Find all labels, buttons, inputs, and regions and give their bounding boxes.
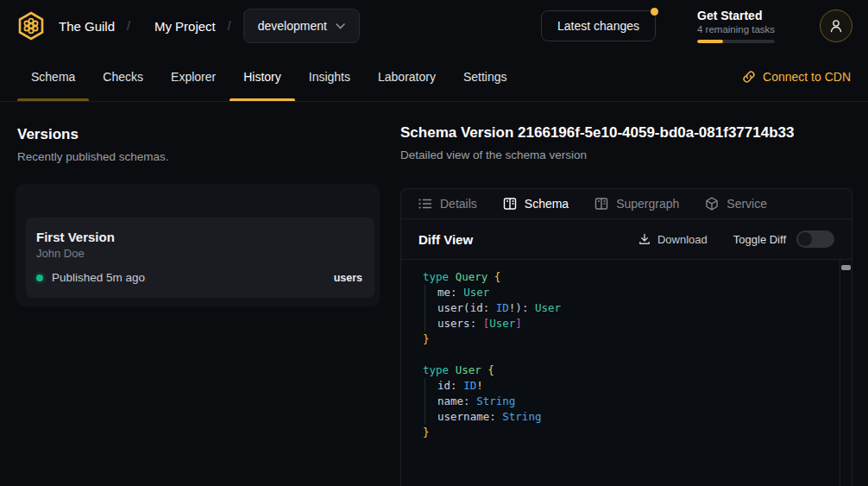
diff-view-title: Diff View bbox=[418, 232, 473, 247]
code-line: name: String bbox=[423, 394, 831, 409]
get-started-title: Get Started bbox=[697, 9, 777, 22]
latest-changes-label: Latest changes bbox=[557, 19, 639, 33]
nav-tab-indicator bbox=[450, 98, 521, 101]
columns-icon bbox=[503, 197, 517, 211]
detail-tab-details[interactable]: Details bbox=[418, 197, 477, 211]
detail-tab-schema[interactable]: Schema bbox=[503, 197, 569, 211]
versions-panel: Versions Recently published schemas. Fir… bbox=[0, 102, 397, 163]
target-selector-value: development bbox=[258, 19, 327, 33]
toggle-diff-label: Toggle Diff bbox=[733, 233, 786, 246]
connect-to-cdn-button[interactable]: Connect to CDN bbox=[742, 52, 851, 101]
nav-tab-explorer[interactable]: Explorer bbox=[157, 52, 230, 101]
nav-tab-settings[interactable]: Settings bbox=[450, 52, 521, 101]
breadcrumb-project[interactable]: My Project bbox=[154, 19, 216, 34]
nav-tab-label: Insights bbox=[309, 70, 350, 84]
indent-guide bbox=[425, 316, 437, 331]
target-selector-dropdown[interactable]: development bbox=[243, 9, 360, 43]
code-line bbox=[423, 347, 831, 363]
columns-icon bbox=[594, 197, 608, 211]
detail-tab-supergraph[interactable]: Supergraph bbox=[594, 197, 679, 211]
nav-tab-schema[interactable]: Schema bbox=[17, 52, 89, 101]
app-root: The Guild / My Project / development Lat… bbox=[0, 0, 868, 486]
download-button[interactable]: Download bbox=[638, 233, 708, 246]
nav-tab-label: History bbox=[243, 70, 281, 84]
nav-tab-indicator bbox=[89, 98, 157, 101]
version-detail-subtitle: Detailed view of the schema version bbox=[400, 148, 852, 161]
nav-tab-indicator bbox=[364, 98, 450, 101]
breadcrumb-separator-2: / bbox=[228, 19, 231, 33]
version-detail-card: DetailsSchemaSupergraphService Diff View… bbox=[400, 188, 852, 486]
code-line: } bbox=[423, 425, 831, 440]
breadcrumb-separator: / bbox=[127, 19, 130, 33]
code-line: me: User bbox=[423, 285, 831, 300]
diff-view-actions: Download Toggle Diff bbox=[638, 230, 834, 248]
nav-tab-label: Checks bbox=[103, 70, 143, 84]
detail-tab-label: Service bbox=[726, 197, 767, 211]
code-line: type Query { bbox=[423, 269, 831, 285]
connect-to-cdn-label: Connect to CDN bbox=[763, 70, 851, 84]
chevron-down-icon bbox=[336, 23, 345, 29]
get-started-progress-fill bbox=[697, 40, 723, 43]
version-author: John Doe bbox=[36, 247, 362, 260]
nav-tab-laboratory[interactable]: Laboratory bbox=[364, 52, 450, 101]
nav-tab-indicator bbox=[157, 98, 230, 101]
nav-tab-checks[interactable]: Checks bbox=[89, 52, 157, 101]
code-line: } bbox=[423, 331, 831, 347]
nav-tab-history[interactable]: History bbox=[230, 52, 295, 101]
version-detail-panel: Schema Version 2166196f-5e10-4059-bd0a-0… bbox=[400, 102, 852, 486]
code-lines: type Query {me: Useruser(id: ID!): Useru… bbox=[423, 269, 831, 440]
version-list-item[interactable]: First Version John Doe Published 5m ago … bbox=[26, 218, 374, 298]
detail-tab-label: Supergraph bbox=[616, 197, 679, 211]
download-label: Download bbox=[657, 233, 708, 246]
main-content: Versions Recently published schemas. Fir… bbox=[0, 102, 868, 486]
toggle-knob bbox=[798, 232, 812, 246]
detail-tab-label: Details bbox=[440, 197, 477, 211]
nav-tab-indicator bbox=[295, 98, 364, 101]
service-name-badge: users bbox=[334, 272, 362, 284]
breadcrumb-org[interactable]: The Guild bbox=[59, 19, 115, 34]
user-icon bbox=[828, 18, 844, 34]
version-detail-title: Schema Version 2166196f-5e10-4059-bd0a-0… bbox=[400, 124, 852, 142]
nav-tab-insights[interactable]: Insights bbox=[295, 52, 364, 101]
version-meta-row: Published 5m ago users bbox=[36, 271, 362, 284]
link-icon bbox=[742, 70, 756, 84]
get-started-widget[interactable]: Get Started 4 remaining tasks bbox=[697, 9, 777, 43]
code-line: type User { bbox=[423, 363, 831, 378]
nav-tab-label: Settings bbox=[463, 70, 507, 84]
versions-title: Versions bbox=[17, 126, 397, 143]
indent-guide bbox=[425, 409, 437, 425]
versions-list-card: First Version John Doe Published 5m ago … bbox=[16, 184, 380, 306]
latest-changes-button[interactable]: Latest changes bbox=[541, 10, 656, 41]
nav-tab-label: Explorer bbox=[171, 70, 216, 84]
published-status-dot bbox=[36, 275, 43, 281]
nav-tab-list: SchemaChecksExplorerHistoryInsightsLabor… bbox=[17, 52, 521, 101]
schema-code-viewer[interactable]: type Query {me: Useruser(id: ID!): Useru… bbox=[401, 260, 852, 486]
get-started-progressbar bbox=[697, 40, 775, 43]
code-line: username: String bbox=[423, 409, 831, 425]
toggle-diff-switch[interactable] bbox=[796, 230, 834, 248]
cube-icon bbox=[705, 197, 719, 211]
diff-view-header: Diff View Download Toggle Diff bbox=[401, 219, 852, 260]
indent-guide bbox=[425, 285, 437, 300]
top-header: The Guild / My Project / development Lat… bbox=[0, 0, 868, 52]
main-nav-tabs: SchemaChecksExplorerHistoryInsightsLabor… bbox=[0, 52, 868, 102]
download-icon bbox=[638, 233, 651, 245]
user-avatar-button[interactable] bbox=[820, 9, 852, 42]
code-scrollbar-thumb[interactable] bbox=[841, 265, 851, 270]
code-scrollbar-track bbox=[840, 260, 840, 486]
indent-guide bbox=[425, 300, 437, 316]
versions-subtitle: Recently published schemas. bbox=[17, 150, 397, 163]
detail-tab-list: DetailsSchemaSupergraphService bbox=[401, 189, 852, 219]
nav-tab-indicator bbox=[230, 98, 295, 101]
code-line: id: ID! bbox=[423, 378, 831, 394]
detail-tab-label: Schema bbox=[525, 197, 569, 211]
indent-guide bbox=[425, 394, 437, 409]
version-status: Published 5m ago bbox=[52, 271, 145, 284]
list-icon bbox=[418, 197, 432, 211]
code-line: user(id: ID!): User bbox=[423, 300, 831, 316]
version-name: First Version bbox=[36, 230, 362, 244]
nav-tab-label: Laboratory bbox=[378, 70, 436, 84]
hive-logo-icon[interactable] bbox=[16, 10, 47, 41]
detail-tab-service[interactable]: Service bbox=[705, 197, 767, 211]
nav-tab-indicator bbox=[17, 98, 89, 101]
